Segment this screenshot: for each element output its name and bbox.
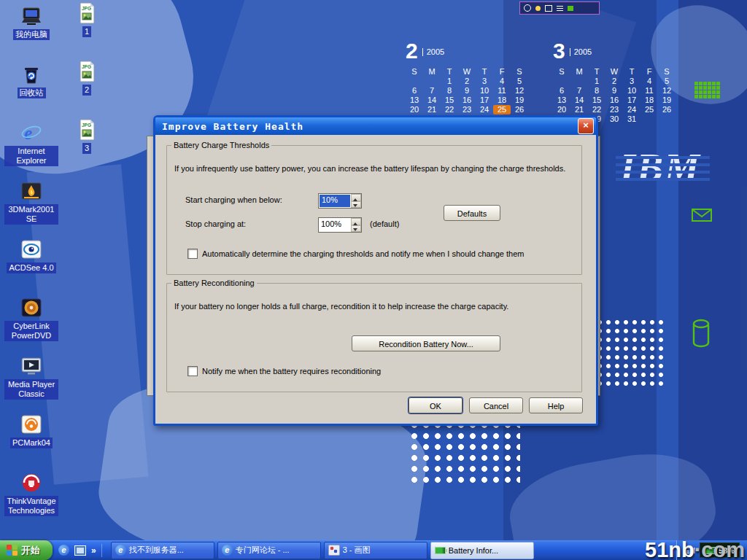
spinner-value[interactable]: 10%: [320, 195, 350, 207]
calendar-day: 26: [511, 105, 528, 114]
taskbar-task-forum[interactable]: e 专门网论坛 - ...: [217, 542, 321, 559]
language-indicator[interactable]: EN: [684, 546, 695, 555]
show-desktop-icon[interactable]: [74, 545, 86, 556]
ok-button[interactable]: OK: [409, 397, 462, 413]
battery-indicator-icon[interactable]: [568, 6, 573, 11]
start-charging-spinner[interactable]: 10%: [318, 193, 362, 209]
dialog-titlebar[interactable]: Improve Battery Health ×: [155, 117, 596, 135]
calendar-day: 30: [605, 114, 623, 124]
svg-text:JPG: JPG: [82, 6, 91, 11]
calendar-day: 24: [623, 105, 640, 114]
task-label: Battery Infor...: [449, 546, 498, 555]
desktop-icon-media-player-classic[interactable]: Media Player Classic: [4, 354, 58, 413]
desktop-icon-thinkvantage[interactable]: ThinkVantage Technologies: [4, 471, 58, 529]
desktop-icon-powerdvd[interactable]: CyberLink PowerDVD: [4, 296, 58, 354]
desktop-icon-jpg-2[interactable]: JPG 2: [70, 60, 104, 118]
spinner-value[interactable]: 100%: [319, 218, 351, 232]
calendar-day: 26: [658, 105, 676, 114]
calendar-day: 13: [406, 96, 423, 105]
calendar-day: 23: [458, 105, 476, 114]
powerdvd-icon: [20, 296, 43, 319]
close-button[interactable]: ×: [578, 118, 594, 134]
calendar-day: 21: [423, 105, 441, 114]
checkbox-label: Notify me when the battery requires reco…: [202, 367, 381, 376]
envelope-icon: [692, 209, 712, 225]
status-icon[interactable]: [535, 6, 541, 11]
taskbar-divider: [101, 544, 102, 557]
power-icon[interactable]: [524, 4, 531, 12]
spinner-up-icon[interactable]: [351, 194, 361, 201]
calendar-day: 5: [658, 77, 676, 86]
desktop-icon-label: CyberLink PowerDVD: [4, 321, 58, 341]
calendar-day: 25: [493, 105, 511, 114]
calendar-day: 16: [458, 96, 476, 105]
calendar-day: 9: [605, 86, 623, 96]
desktop-icon-pcmark04[interactable]: PCMark04: [4, 413, 58, 471]
cancel-button[interactable]: Cancel: [469, 397, 523, 413]
taskbar-task-server-not-found[interactable]: e 找不到服务器...: [111, 542, 214, 559]
desktop-icon-label: 1: [82, 26, 91, 37]
quicklaunch-overflow-chevron-icon[interactable]: »: [91, 545, 96, 556]
windows-flag-icon: [7, 545, 18, 556]
start-button-label: 开始: [21, 544, 40, 557]
calendar-day: 13: [553, 96, 570, 105]
desktop-icon-acdsee[interactable]: ACDSee 4.0: [4, 238, 58, 296]
spinner-down-icon[interactable]: [351, 225, 361, 233]
desktop-icon-jpg-1[interactable]: JPG 1: [70, 1, 104, 60]
auto-determine-checkbox[interactable]: Automatically determine the charging thr…: [187, 249, 524, 259]
calendar-day: 16: [605, 96, 623, 105]
dialog-title: Improve Battery Health: [162, 121, 578, 132]
calendar-year: 2005: [422, 48, 444, 56]
desktop-icon-label: 回收站: [18, 88, 46, 98]
wallpaper-calendar-march: 3 2005 SMTWTFS12345678910111213141516171…: [553, 40, 676, 124]
desktop-icon-internet-explorer[interactable]: e Internet Explorer: [4, 121, 58, 179]
recondition-battery-button[interactable]: Recondition Battery Now...: [352, 335, 500, 351]
calendar-day: 9: [458, 86, 476, 96]
desktop-icon-my-computer[interactable]: 我的电脑: [4, 4, 58, 63]
calendar-weekday: S: [658, 67, 676, 77]
internet-explorer-icon: e: [20, 121, 43, 144]
system-tray: EN 58%: [676, 540, 747, 560]
thinkpad-utility-bar[interactable]: [519, 1, 600, 15]
checkbox-box[interactable]: [187, 249, 198, 259]
battery-charge-thresholds-group: Battery Charge Thresholds If you infrequ…: [166, 141, 582, 275]
calendar-day: 3: [476, 77, 493, 86]
taskbar-task-battery-information[interactable]: Battery Infor...: [430, 542, 534, 559]
calendar-day: 12: [511, 86, 528, 96]
svg-text:e: e: [24, 123, 32, 143]
group-title: Battery Charge Thresholds: [171, 141, 271, 149]
desktop-icon-label: 3DMark2001 SE: [4, 204, 58, 225]
calendar-day: 19: [511, 96, 528, 105]
start-charging-label: Start charging when below:: [185, 195, 282, 204]
battery-status[interactable]: 58%: [700, 542, 740, 558]
notify-reconditioning-checkbox[interactable]: Notify me when the battery requires reco…: [187, 366, 381, 376]
task-label: 找不到服务器...: [129, 545, 184, 556]
jpg-file-icon: JPG: [75, 60, 98, 83]
start-button[interactable]: 开始: [0, 540, 53, 560]
spinner-buttons[interactable]: [351, 194, 361, 208]
calendar-month: 2: [406, 40, 418, 62]
calendar-day: 18: [493, 96, 511, 105]
calendar-weekday: M: [570, 67, 588, 77]
desktop-icon-recycle-bin[interactable]: 回收站: [4, 63, 58, 121]
internet-explorer-quicklaunch-icon[interactable]: e: [58, 545, 69, 556]
desktop-icon-label: 3: [82, 143, 91, 154]
calendar-day: 10: [476, 86, 493, 96]
spinner-buttons[interactable]: [351, 218, 361, 232]
defaults-button[interactable]: Defaults: [444, 205, 500, 221]
keyboard-icon[interactable]: [557, 5, 563, 11]
wallpaper-shape: [678, 0, 747, 560]
spinner-down-icon[interactable]: [351, 201, 361, 209]
checkbox-box[interactable]: [187, 366, 198, 376]
calendar-day: 25: [640, 105, 658, 114]
desktop-icon-jpg-3[interactable]: JPG 3: [70, 118, 104, 176]
stop-charging-spinner[interactable]: 100%: [318, 217, 362, 233]
help-button[interactable]: Help: [529, 397, 583, 413]
spinner-up-icon[interactable]: [351, 218, 361, 225]
desktop-icon-3dmark2001[interactable]: 3DMark2001 SE: [4, 179, 58, 238]
taskbar-task-paint[interactable]: 3 - 画图: [324, 542, 427, 559]
media-player-classic-icon: [20, 354, 43, 378]
calendar-weekday: W: [458, 67, 476, 77]
display-icon[interactable]: [545, 5, 552, 12]
acdsee-icon: [20, 238, 43, 261]
